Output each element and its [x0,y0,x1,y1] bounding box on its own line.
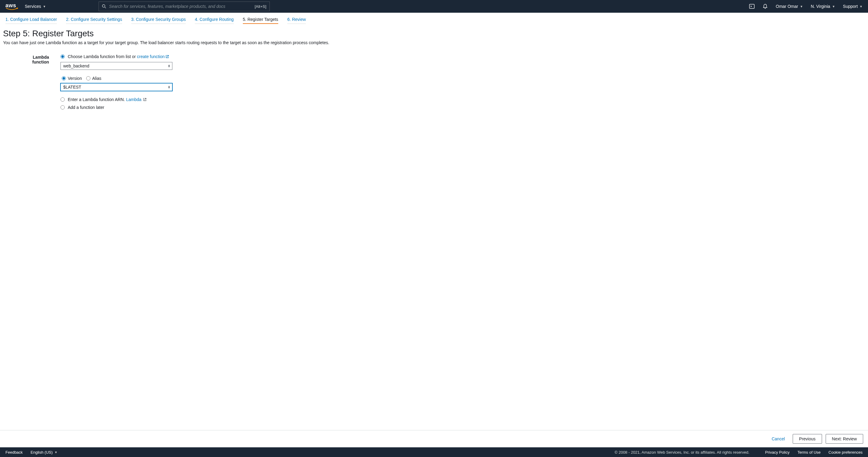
version-alias-row: Version Alias [62,76,173,81]
copyright-text: © 2008 - 2021, Amazon Web Services, Inc.… [615,450,749,455]
caret-down-icon: ▼ [832,5,835,8]
option-choose-prefix: Choose Lambda function from list or [68,54,137,59]
wizard-step-4[interactable]: 4. Configure Routing [195,17,234,24]
search-shortcut: [Alt+S] [255,4,267,9]
option-arn-radio[interactable] [61,97,65,102]
select-arrows-icon: ▲▼ [168,64,170,67]
option-choose-row: Choose Lambda function from list or crea… [61,54,173,59]
cloudshell-icon[interactable] [749,4,754,9]
caret-down-icon: ▼ [860,5,863,8]
option-later-radio[interactable] [61,105,65,110]
option-choose-radio[interactable] [61,55,65,59]
navbar-right: Omar Omar ▼ N. Virginia ▼ Support ▼ [749,4,863,9]
feedback-link[interactable]: Feedback [5,450,23,455]
function-selected-value: web_backend [63,63,89,68]
option-arn-prefix: Enter a Lambda function ARN. [68,97,126,102]
field-label-lambda: Lambda function [15,54,61,113]
cookie-preferences-link[interactable]: Cookie preferences [828,450,863,455]
caret-down-icon: ▼ [43,5,46,8]
wizard-step-5[interactable]: 5. Register Targets [243,17,278,24]
caret-down-icon: ▼ [800,5,803,8]
region-menu[interactable]: N. Virginia ▼ [811,4,835,9]
region-label: N. Virginia [811,4,830,9]
action-bar: Cancel Previous Next: Review [0,430,868,447]
option-later-label: Add a function later [68,105,104,110]
services-label: Services [25,4,41,9]
notifications-icon[interactable] [763,4,768,9]
lambda-function-form: Lambda function Choose Lambda function f… [0,45,868,116]
version-select[interactable]: $LATEST ▲▼ [61,83,173,91]
function-select[interactable]: web_backend ▲▼ [61,62,173,70]
aws-logo[interactable]: aws [5,2,18,10]
cancel-button[interactable]: Cancel [767,434,789,444]
language-menu[interactable]: English (US) ▼ [31,450,58,455]
support-label: Support [843,4,858,9]
version-label: Version [68,76,82,81]
wizard-step-6[interactable]: 6. Review [287,17,306,24]
wizard-step-1[interactable]: 1. Configure Load Balancer [5,17,57,24]
services-menu[interactable]: Services ▼ [25,4,46,9]
privacy-policy-link[interactable]: Privacy Policy [765,450,790,455]
option-choose-label: Choose Lambda function from list or crea… [68,54,169,59]
page-title: Step 5: Register Targets [3,29,863,38]
page-header: Step 5: Register Targets You can have ju… [0,24,868,45]
version-selected-value: $LATEST [63,85,81,90]
searchbar[interactable]: [Alt+S] [99,1,270,11]
svg-line-1 [105,7,106,8]
external-link-icon [165,55,169,58]
previous-button[interactable]: Previous [793,434,822,444]
user-label: Omar Omar [776,4,798,9]
page-subtitle: You can have just one Lambda function as… [3,40,863,45]
select-arrows-icon: ▲▼ [168,86,170,89]
next-button[interactable]: Next: Review [826,434,863,444]
navbar: aws Services ▼ [Alt+S] Omar Omar ▼ [0,0,868,13]
language-label: English (US) [31,450,53,455]
alias-label: Alias [92,76,101,81]
wizard-tabs: 1. Configure Load Balancer 2. Configure … [0,13,868,24]
option-arn-label: Enter a Lambda function ARN. Lambda [68,97,147,102]
external-link-icon [143,98,147,101]
option-arn-row: Enter a Lambda function ARN. Lambda [61,97,173,102]
terms-of-use-link[interactable]: Terms of Use [798,450,821,455]
user-menu[interactable]: Omar Omar ▼ [776,4,803,9]
footer-links: Privacy Policy Terms of Use Cookie prefe… [765,450,863,455]
support-menu[interactable]: Support ▼ [843,4,863,9]
wizard-step-3[interactable]: 3. Configure Security Groups [131,17,186,24]
lambda-link[interactable]: Lambda [126,97,147,102]
search-icon [102,4,106,8]
option-later-row: Add a function later [61,105,173,110]
search-input[interactable] [109,4,252,9]
statusbar: Feedback English (US) ▼ © 2008 - 2021, A… [0,447,868,457]
alias-radio[interactable] [86,76,90,81]
svg-point-0 [102,4,105,7]
create-function-link[interactable]: create function [137,54,169,59]
wizard-step-2[interactable]: 2. Configure Security Settings [66,17,122,24]
version-radio[interactable] [62,76,66,81]
caret-down-icon: ▼ [55,451,58,454]
